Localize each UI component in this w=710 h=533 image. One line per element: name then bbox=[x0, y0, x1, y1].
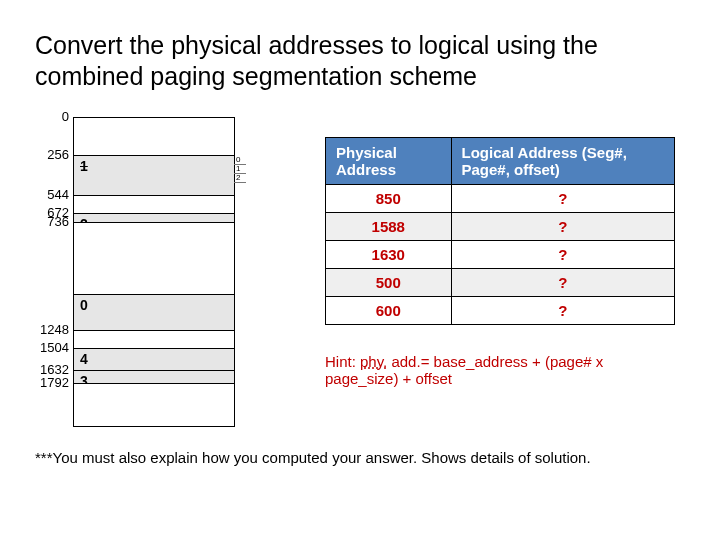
memory-block: 0 bbox=[74, 295, 234, 331]
content-row: 02565446727361248150416321792 10122043 P… bbox=[35, 111, 675, 427]
memory-block bbox=[74, 196, 234, 214]
address-label: 1632 bbox=[40, 363, 69, 376]
segment-label: 0 bbox=[80, 297, 88, 313]
table-cell: 850 bbox=[326, 184, 452, 212]
address-label: 1248 bbox=[40, 323, 69, 336]
table-cell: 1630 bbox=[326, 240, 452, 268]
memory-block: 4 bbox=[74, 349, 234, 371]
address-label: 1792 bbox=[40, 376, 69, 389]
table-row: 500? bbox=[326, 268, 675, 296]
address-table: Physical Address Logical Address (Seg#, … bbox=[325, 137, 675, 325]
table-row: 850? bbox=[326, 184, 675, 212]
table-cell: ? bbox=[451, 240, 675, 268]
address-label: 0 bbox=[62, 110, 69, 123]
table-cell: 500 bbox=[326, 268, 452, 296]
footer-note: ***You must also explain how you compute… bbox=[35, 449, 675, 466]
address-label: 736 bbox=[47, 215, 69, 228]
memory-diagram: 02565446727361248150416321792 10122043 bbox=[35, 111, 285, 427]
segment-label: 4 bbox=[80, 351, 88, 367]
table-row: 1588? bbox=[326, 212, 675, 240]
address-label: 1504 bbox=[40, 341, 69, 354]
col-physical: Physical Address bbox=[326, 137, 452, 184]
hint-phy: phy. bbox=[360, 353, 387, 370]
table-cell: ? bbox=[451, 212, 675, 240]
memory-block: 3 bbox=[74, 371, 234, 384]
memory-block bbox=[74, 331, 234, 349]
address-label: 256 bbox=[47, 148, 69, 161]
right-area: Physical Address Logical Address (Seg#, … bbox=[325, 111, 675, 387]
memory-block bbox=[74, 118, 234, 156]
hint-text: Hint: phy. add.= base_address + (page# x… bbox=[325, 353, 675, 387]
table-cell: ? bbox=[451, 268, 675, 296]
page-marks: 012 bbox=[234, 156, 246, 183]
table-cell: ? bbox=[451, 184, 675, 212]
table-row: 1630? bbox=[326, 240, 675, 268]
col-logical: Logical Address (Seg#, Page#, offset) bbox=[451, 137, 675, 184]
memory-block bbox=[74, 223, 234, 295]
memory-block bbox=[74, 384, 234, 426]
table-cell: ? bbox=[451, 296, 675, 324]
memory-block: 2 bbox=[74, 214, 234, 223]
segment-label: 1 bbox=[80, 158, 88, 174]
address-label: 544 bbox=[47, 188, 69, 201]
hint-prefix: Hint: bbox=[325, 353, 360, 370]
table-row: 600? bbox=[326, 296, 675, 324]
memory-block: 1012 bbox=[74, 156, 234, 196]
table-cell: 600 bbox=[326, 296, 452, 324]
page-title: Convert the physical addresses to logica… bbox=[35, 30, 675, 93]
table-cell: 1588 bbox=[326, 212, 452, 240]
